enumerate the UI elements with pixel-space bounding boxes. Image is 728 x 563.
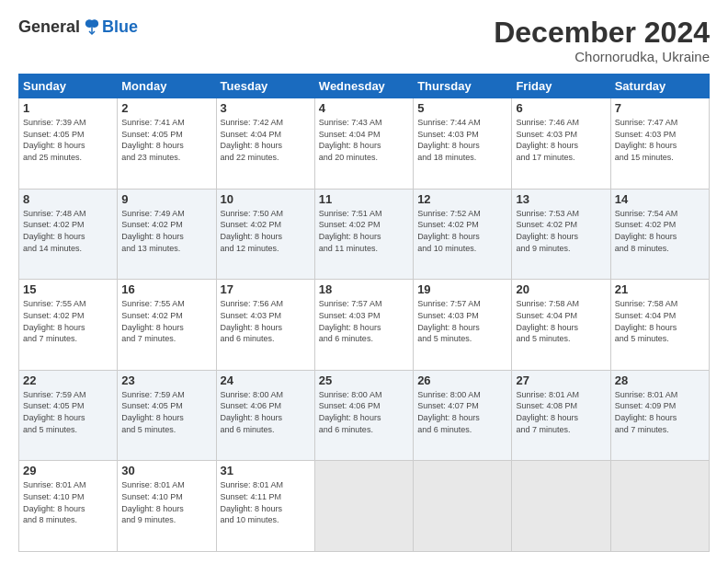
day-number: 18 xyxy=(319,282,409,296)
table-row xyxy=(314,461,413,552)
day-number: 15 xyxy=(23,282,113,296)
day-info: Sunrise: 8:00 AMSunset: 4:07 PMDaylight:… xyxy=(417,389,507,435)
day-number: 7 xyxy=(615,101,705,115)
table-row: 16Sunrise: 7:55 AMSunset: 4:02 PMDayligh… xyxy=(118,280,216,371)
day-number: 23 xyxy=(121,373,211,387)
day-info: Sunrise: 7:51 AMSunset: 4:02 PMDaylight:… xyxy=(319,208,409,254)
day-info: Sunrise: 7:46 AMSunset: 4:03 PMDaylight:… xyxy=(516,117,606,163)
table-row: 21Sunrise: 7:58 AMSunset: 4:04 PMDayligh… xyxy=(610,280,709,371)
day-info: Sunrise: 8:01 AMSunset: 4:10 PMDaylight:… xyxy=(23,479,113,525)
table-row xyxy=(414,461,512,552)
table-row: 4Sunrise: 7:43 AMSunset: 4:04 PMDaylight… xyxy=(314,98,413,190)
day-info: Sunrise: 7:47 AMSunset: 4:03 PMDaylight:… xyxy=(615,117,705,163)
table-row: 24Sunrise: 8:00 AMSunset: 4:06 PMDayligh… xyxy=(216,370,314,461)
location: Chornorudka, Ukraine xyxy=(494,49,710,64)
col-friday: Friday xyxy=(512,75,610,98)
day-number: 4 xyxy=(319,101,409,115)
table-row: 15Sunrise: 7:55 AMSunset: 4:02 PMDayligh… xyxy=(19,280,118,371)
day-info: Sunrise: 8:01 AMSunset: 4:09 PMDaylight:… xyxy=(615,389,705,435)
day-number: 3 xyxy=(221,101,311,115)
day-info: Sunrise: 8:01 AMSunset: 4:11 PMDaylight:… xyxy=(221,479,311,525)
day-info: Sunrise: 7:48 AMSunset: 4:02 PMDaylight:… xyxy=(23,208,113,254)
logo-bird-icon xyxy=(82,17,102,37)
calendar-header-row: Sunday Monday Tuesday Wednesday Thursday… xyxy=(19,75,710,98)
day-info: Sunrise: 7:57 AMSunset: 4:03 PMDaylight:… xyxy=(417,298,507,344)
table-row: 7Sunrise: 7:47 AMSunset: 4:03 PMDaylight… xyxy=(610,98,709,190)
table-row: 18Sunrise: 7:57 AMSunset: 4:03 PMDayligh… xyxy=(314,280,413,371)
table-row: 31Sunrise: 8:01 AMSunset: 4:11 PMDayligh… xyxy=(216,461,314,552)
day-number: 2 xyxy=(121,101,211,115)
day-number: 10 xyxy=(221,192,311,206)
day-number: 12 xyxy=(417,192,507,206)
table-row: 19Sunrise: 7:57 AMSunset: 4:03 PMDayligh… xyxy=(414,280,512,371)
table-row: 27Sunrise: 8:01 AMSunset: 4:08 PMDayligh… xyxy=(512,370,610,461)
day-number: 14 xyxy=(615,192,705,206)
day-info: Sunrise: 7:55 AMSunset: 4:02 PMDaylight:… xyxy=(121,298,211,344)
table-row xyxy=(512,461,610,552)
table-row: 13Sunrise: 7:53 AMSunset: 4:02 PMDayligh… xyxy=(512,189,610,280)
table-row: 9Sunrise: 7:49 AMSunset: 4:02 PMDaylight… xyxy=(118,189,216,280)
day-info: Sunrise: 7:56 AMSunset: 4:03 PMDaylight:… xyxy=(221,298,311,344)
col-sunday: Sunday xyxy=(19,75,118,98)
day-number: 22 xyxy=(23,373,113,387)
day-info: Sunrise: 7:59 AMSunset: 4:05 PMDaylight:… xyxy=(121,389,211,435)
day-number: 17 xyxy=(221,282,311,296)
day-info: Sunrise: 7:58 AMSunset: 4:04 PMDaylight:… xyxy=(516,298,606,344)
table-row: 29Sunrise: 8:01 AMSunset: 4:10 PMDayligh… xyxy=(19,461,118,552)
day-number: 1 xyxy=(23,101,113,115)
table-row: 12Sunrise: 7:52 AMSunset: 4:02 PMDayligh… xyxy=(414,189,512,280)
day-number: 13 xyxy=(516,192,606,206)
day-number: 6 xyxy=(516,101,606,115)
table-row: 6Sunrise: 7:46 AMSunset: 4:03 PMDaylight… xyxy=(512,98,610,190)
day-number: 16 xyxy=(121,282,211,296)
calendar-week-3: 15Sunrise: 7:55 AMSunset: 4:02 PMDayligh… xyxy=(19,280,710,371)
day-info: Sunrise: 7:49 AMSunset: 4:02 PMDaylight:… xyxy=(121,208,211,254)
table-row: 26Sunrise: 8:00 AMSunset: 4:07 PMDayligh… xyxy=(414,370,512,461)
col-tuesday: Tuesday xyxy=(216,75,314,98)
table-row: 5Sunrise: 7:44 AMSunset: 4:03 PMDaylight… xyxy=(414,98,512,190)
header: General Blue December 2024 Chornorudka, … xyxy=(18,17,710,64)
table-row: 30Sunrise: 8:01 AMSunset: 4:10 PMDayligh… xyxy=(118,461,216,552)
day-info: Sunrise: 7:50 AMSunset: 4:02 PMDaylight:… xyxy=(221,208,311,254)
day-info: Sunrise: 7:39 AMSunset: 4:05 PMDaylight:… xyxy=(23,117,113,163)
day-number: 5 xyxy=(417,101,507,115)
table-row: 8Sunrise: 7:48 AMSunset: 4:02 PMDaylight… xyxy=(19,189,118,280)
col-thursday: Thursday xyxy=(414,75,512,98)
table-row: 14Sunrise: 7:54 AMSunset: 4:02 PMDayligh… xyxy=(610,189,709,280)
table-row: 28Sunrise: 8:01 AMSunset: 4:09 PMDayligh… xyxy=(610,370,709,461)
table-row: 17Sunrise: 7:56 AMSunset: 4:03 PMDayligh… xyxy=(216,280,314,371)
calendar-week-2: 8Sunrise: 7:48 AMSunset: 4:02 PMDaylight… xyxy=(19,189,710,280)
day-info: Sunrise: 7:42 AMSunset: 4:04 PMDaylight:… xyxy=(221,117,311,163)
day-number: 11 xyxy=(319,192,409,206)
col-wednesday: Wednesday xyxy=(314,75,413,98)
day-number: 29 xyxy=(23,464,113,477)
day-info: Sunrise: 8:00 AMSunset: 4:06 PMDaylight:… xyxy=(221,389,311,435)
day-info: Sunrise: 7:57 AMSunset: 4:03 PMDaylight:… xyxy=(319,298,409,344)
day-info: Sunrise: 7:55 AMSunset: 4:02 PMDaylight:… xyxy=(23,298,113,344)
table-row: 25Sunrise: 8:00 AMSunset: 4:06 PMDayligh… xyxy=(314,370,413,461)
day-info: Sunrise: 8:01 AMSunset: 4:10 PMDaylight:… xyxy=(121,479,211,525)
logo-blue-text: Blue xyxy=(102,17,138,37)
day-info: Sunrise: 7:58 AMSunset: 4:04 PMDaylight:… xyxy=(615,298,705,344)
logo: General Blue xyxy=(18,17,138,37)
day-info: Sunrise: 7:54 AMSunset: 4:02 PMDaylight:… xyxy=(615,208,705,254)
day-number: 9 xyxy=(121,192,211,206)
day-info: Sunrise: 8:00 AMSunset: 4:06 PMDaylight:… xyxy=(319,389,409,435)
table-row: 23Sunrise: 7:59 AMSunset: 4:05 PMDayligh… xyxy=(118,370,216,461)
day-info: Sunrise: 7:52 AMSunset: 4:02 PMDaylight:… xyxy=(417,208,507,254)
day-number: 20 xyxy=(516,282,606,296)
day-info: Sunrise: 7:41 AMSunset: 4:05 PMDaylight:… xyxy=(121,117,211,163)
day-info: Sunrise: 7:43 AMSunset: 4:04 PMDaylight:… xyxy=(319,117,409,163)
table-row: 2Sunrise: 7:41 AMSunset: 4:05 PMDaylight… xyxy=(118,98,216,190)
day-info: Sunrise: 7:53 AMSunset: 4:02 PMDaylight:… xyxy=(516,208,606,254)
day-info: Sunrise: 7:59 AMSunset: 4:05 PMDaylight:… xyxy=(23,389,113,435)
day-number: 27 xyxy=(516,373,606,387)
page: General Blue December 2024 Chornorudka, … xyxy=(0,0,728,563)
title-area: December 2024 Chornorudka, Ukraine xyxy=(494,17,710,64)
table-row: 11Sunrise: 7:51 AMSunset: 4:02 PMDayligh… xyxy=(314,189,413,280)
col-monday: Monday xyxy=(118,75,216,98)
day-number: 19 xyxy=(417,282,507,296)
table-row: 10Sunrise: 7:50 AMSunset: 4:02 PMDayligh… xyxy=(216,189,314,280)
logo-text: General Blue xyxy=(18,17,138,37)
table-row: 1Sunrise: 7:39 AMSunset: 4:05 PMDaylight… xyxy=(19,98,118,190)
